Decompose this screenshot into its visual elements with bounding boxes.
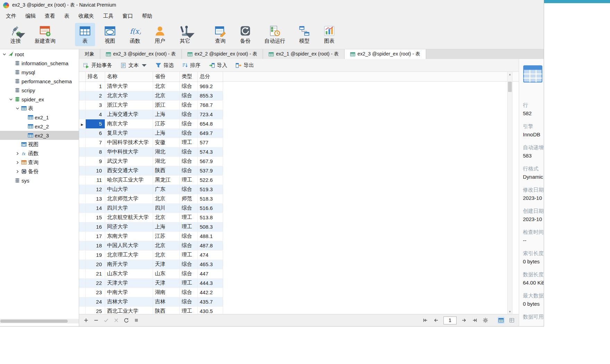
cell-type[interactable]: 理工 bbox=[179, 278, 197, 288]
cell-rank[interactable]: 9 bbox=[85, 156, 105, 166]
cell-rank[interactable]: 19 bbox=[85, 250, 105, 260]
chevron-down-icon[interactable] bbox=[15, 106, 20, 111]
cell-rank[interactable]: 7 bbox=[85, 138, 105, 147]
cell-province[interactable]: 天津 bbox=[153, 278, 179, 288]
cell-type[interactable]: 综合 bbox=[179, 166, 197, 175]
cell-score[interactable]: 654.8 bbox=[197, 119, 223, 128]
cell-name[interactable]: 南京大学 bbox=[105, 119, 153, 128]
cell-type[interactable]: 综合 bbox=[179, 297, 197, 306]
cell-type[interactable]: 综合 bbox=[179, 156, 197, 166]
tab-ex2_1[interactable]: ex2_1 @spider_ex (root) - 表 bbox=[263, 49, 345, 59]
toolbar-button-model[interactable]: 模型 bbox=[294, 23, 314, 46]
cell-name[interactable]: 北京大学 bbox=[105, 91, 153, 100]
cell-name[interactable]: 武汉大学 bbox=[105, 156, 153, 166]
menu-table[interactable]: 表 bbox=[60, 11, 74, 21]
grid-toolbar-button-begin-transaction[interactable]: 开始事务 bbox=[83, 62, 112, 69]
cell-province[interactable]: 山东 bbox=[153, 269, 179, 278]
cell-name[interactable]: 西安交通大学 bbox=[105, 166, 153, 175]
cell-rank[interactable]: 13 bbox=[85, 194, 105, 203]
cell-name[interactable]: 同济大学 bbox=[105, 222, 153, 231]
cell-name[interactable]: 北京航空航天大学 bbox=[105, 213, 153, 222]
cell-type[interactable]: 综合 bbox=[179, 147, 197, 156]
menu-window[interactable]: 窗口 bbox=[118, 11, 137, 21]
caret-down-icon[interactable] bbox=[15, 29, 26, 41]
cell-rank[interactable]: 5 bbox=[85, 119, 105, 128]
toolbar-button-table[interactable]: 表 bbox=[75, 23, 95, 46]
tree-item-scripy[interactable]: scripy bbox=[0, 86, 79, 95]
cell-rank[interactable]: 17 bbox=[85, 231, 105, 241]
cell-province[interactable]: 广东 bbox=[153, 185, 179, 194]
cell-rank[interactable]: 20 bbox=[85, 260, 105, 269]
cell-name[interactable]: 中山大学 bbox=[105, 185, 153, 194]
column-header-1[interactable]: 名称 bbox=[105, 72, 153, 82]
cell-name[interactable]: 山东大学 bbox=[105, 269, 153, 278]
cell-name[interactable]: 东南大学 bbox=[105, 231, 153, 241]
last-page-button[interactable] bbox=[471, 317, 478, 324]
toolbar-button-query[interactable]: 查询 bbox=[210, 23, 230, 46]
cell-rank[interactable]: 2 bbox=[85, 91, 105, 100]
cell-score[interactable]: 442.2 bbox=[197, 288, 223, 297]
cell-province[interactable]: 浙江 bbox=[153, 100, 179, 110]
cell-rank[interactable]: 15 bbox=[85, 213, 105, 222]
menu-tools[interactable]: 工具 bbox=[99, 11, 118, 21]
tree-item-tables-folder[interactable]: 表 bbox=[0, 104, 79, 113]
cell-score[interactable]: 474 bbox=[197, 250, 223, 260]
cell-rank[interactable]: 6 bbox=[85, 128, 105, 138]
cell-name[interactable]: 中国科学技术大学 bbox=[105, 138, 153, 147]
cell-name[interactable]: 中南大学 bbox=[105, 288, 153, 297]
tree-item-mysql[interactable]: mysql bbox=[0, 68, 79, 77]
cell-type[interactable]: 理工 bbox=[179, 250, 197, 260]
grid-view-button[interactable] bbox=[498, 317, 505, 324]
caret-down-icon[interactable] bbox=[184, 29, 196, 41]
cell-name[interactable]: 四川大学 bbox=[105, 203, 153, 213]
grid-vertical-scrollbar[interactable]: ▲ ▼ bbox=[507, 72, 512, 314]
cell-type[interactable]: 综合 bbox=[179, 110, 197, 119]
cell-name[interactable]: 复旦大学 bbox=[105, 128, 153, 138]
cell-score[interactable]: 567.9 bbox=[197, 156, 223, 166]
cell-score[interactable]: 649.7 bbox=[197, 128, 223, 138]
cell-score[interactable]: 537.9 bbox=[197, 166, 223, 175]
tree-item-sys[interactable]: sys bbox=[0, 176, 79, 185]
menu-edit[interactable]: 编辑 bbox=[21, 11, 40, 21]
delete-record-button[interactable] bbox=[93, 317, 100, 324]
cell-score[interactable]: 488.1 bbox=[197, 231, 223, 241]
toolbar-button-automation[interactable]: 自动运行 bbox=[260, 23, 289, 46]
tab-ex2_2[interactable]: ex2_2 @spider_ex (root) - 表 bbox=[182, 49, 263, 59]
cell-rank[interactable]: 4 bbox=[85, 110, 105, 119]
cell-score[interactable]: 574.3 bbox=[197, 147, 223, 156]
cell-rank[interactable]: 25 bbox=[85, 306, 105, 314]
cell-score[interactable]: 508.3 bbox=[197, 222, 223, 231]
cell-type[interactable]: 理工 bbox=[179, 213, 197, 222]
cell-type[interactable]: 综合 bbox=[179, 119, 197, 128]
tab-ex2_3-1[interactable]: ex2_3 @spider_ex (root) - 表 bbox=[100, 49, 182, 59]
cell-rank[interactable]: 12 bbox=[85, 185, 105, 194]
cell-name[interactable]: 中国人民大学 bbox=[105, 241, 153, 250]
toolbar-button-function[interactable]: f(x)函数 bbox=[125, 23, 145, 46]
grid-toolbar-button-filter[interactable]: 筛选 bbox=[155, 62, 174, 69]
column-header-0[interactable]: 排名 bbox=[85, 72, 105, 82]
cell-name[interactable]: 上海交通大学 bbox=[105, 110, 153, 119]
cell-rank[interactable]: 22 bbox=[85, 278, 105, 288]
cell-type[interactable]: 理工 bbox=[179, 175, 197, 185]
tree-item-root[interactable]: root bbox=[0, 50, 79, 59]
next-page-button[interactable] bbox=[460, 317, 467, 324]
chevron-down-icon[interactable] bbox=[2, 52, 7, 57]
tree-item-ex2-1[interactable]: ex2_1 bbox=[0, 113, 79, 122]
cell-type[interactable]: 综合 bbox=[179, 231, 197, 241]
discard-changes-button[interactable] bbox=[113, 317, 120, 324]
cell-province[interactable]: 吉林 bbox=[153, 297, 179, 306]
cell-province[interactable]: 北京 bbox=[153, 194, 179, 203]
toolbar-button-view[interactable]: 视图 bbox=[100, 23, 120, 46]
cell-type[interactable]: 师范 bbox=[179, 194, 197, 203]
scrollbar-thumb[interactable] bbox=[0, 320, 68, 323]
cell-province[interactable]: 上海 bbox=[153, 110, 179, 119]
cell-type[interactable]: 综合 bbox=[179, 203, 197, 213]
previous-page-button[interactable] bbox=[433, 317, 440, 324]
cell-score[interactable]: 518.3 bbox=[197, 194, 223, 203]
cell-rank[interactable]: 3 bbox=[85, 100, 105, 110]
cell-type[interactable]: 理工 bbox=[179, 306, 197, 314]
apply-changes-button[interactable] bbox=[103, 317, 110, 324]
column-header-3[interactable]: 类型 bbox=[179, 72, 197, 82]
form-view-button[interactable] bbox=[508, 317, 515, 324]
cell-type[interactable]: 综合 bbox=[179, 128, 197, 138]
